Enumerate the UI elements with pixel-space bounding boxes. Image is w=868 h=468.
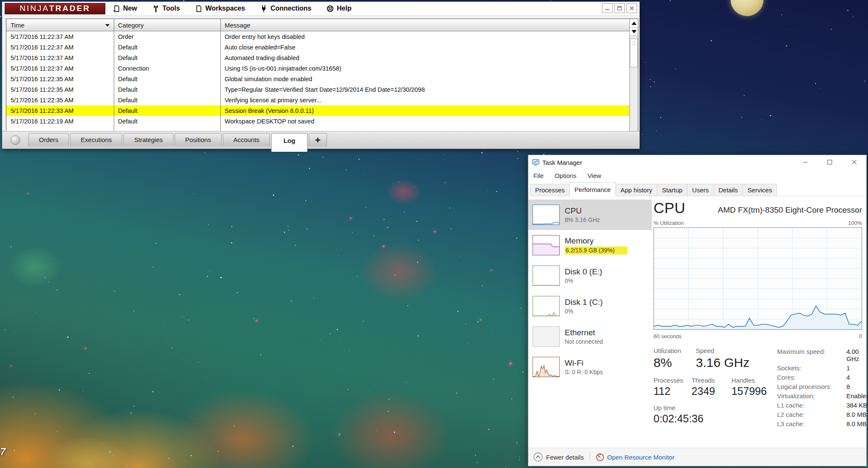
handles-label: Handles [731, 377, 755, 384]
sidebar-item-cpu[interactable]: CPU8% 3.16 GHz [528, 200, 652, 230]
sidebar-item-wifi[interactable]: Wi-FiS: 0 R: 0 Kbps [528, 352, 652, 382]
sidebar-item-disk1[interactable]: Disk 1 (C:)0% [528, 291, 652, 321]
column-category-label: Category [118, 22, 144, 29]
table-row[interactable]: 5/17/2016 11:22:37 AMOrderOrder entry ho… [6, 31, 629, 42]
tab-app-history[interactable]: App history [615, 184, 657, 196]
panel-title: CPU [654, 200, 685, 216]
graph-y-max-label: 100% [848, 220, 862, 226]
uptime-value: 0:02:45:36 [654, 413, 777, 425]
maximize-button[interactable] [817, 155, 842, 169]
table-row[interactable]: 5/17/2016 11:22:37 AMConnectionUsing IS … [6, 63, 629, 74]
menu-help[interactable]: Help [327, 5, 352, 12]
column-time-label: Time [11, 22, 25, 29]
tab-performance[interactable]: Performance [569, 182, 616, 196]
sidebar-item-disk0[interactable]: Disk 0 (E:)0% [528, 260, 652, 291]
speed-value: 3.16 GHz [696, 356, 750, 370]
sort-descending-icon [105, 24, 110, 27]
resource-monitor-icon [596, 453, 604, 461]
close-button[interactable] [842, 155, 866, 169]
task-manager-tabstrip: Processes Performance App history Startu… [528, 182, 866, 196]
column-divider[interactable] [114, 19, 114, 131]
tab-orders[interactable]: Orders [28, 133, 69, 146]
tab-services[interactable]: Services [742, 184, 777, 196]
menu-new[interactable]: New [113, 5, 137, 12]
table-row[interactable]: 5/17/2016 11:22:35 AMDefaultVerifying li… [6, 95, 629, 105]
open-resource-monitor-link[interactable]: Open Resource Monitor [596, 453, 674, 461]
graph-y-axis-label: % Utilization [654, 220, 684, 226]
table-scrollbar[interactable] [629, 19, 638, 131]
window-title: Task Manager [542, 159, 582, 166]
menu-tools[interactable]: Tools [152, 5, 180, 12]
sidebar-item-memory[interactable]: Memory6.2/15.9 GB (39%) [528, 230, 652, 260]
table-row[interactable]: 5/17/2016 11:22:35 AMDefaultGlobal simul… [6, 74, 629, 84]
close-button[interactable] [626, 3, 637, 13]
column-divider[interactable] [220, 19, 221, 131]
task-manager-menubar: File Options View [528, 170, 866, 182]
minimize-icon [802, 159, 808, 165]
tab-processes[interactable]: Processes [530, 184, 570, 196]
log-table-header: Time Category Message [6, 19, 629, 31]
table-row[interactable]: 5/17/2016 11:22:37 AMDefaultAuto close e… [6, 42, 629, 52]
threads-label: Threads [692, 377, 715, 384]
table-row-highlighted[interactable]: 5/17/2016 11:22:33 AMDefaultSession Brea… [6, 105, 629, 116]
wifi-thumbnail-graph [533, 357, 560, 377]
tab-startup[interactable]: Startup [657, 184, 687, 196]
scroll-up-button[interactable] [630, 19, 638, 27]
graph-x-left-label: 60 seconds [654, 333, 682, 339]
table-row[interactable]: 5/17/2016 11:22:35 AMDefaultType=Regular… [6, 84, 629, 95]
fewer-details-button[interactable]: Fewer details [533, 452, 584, 462]
menu-workspaces[interactable]: Workspaces [195, 5, 245, 12]
table-row[interactable]: 5/17/2016 11:22:37 AMDefaultAutomated tr… [6, 52, 629, 63]
table-row[interactable]: 5/17/2016 11:22:19 AMDefaultWorkspace DE… [6, 116, 629, 126]
desktop-icon-label: 7 [0, 446, 5, 458]
ninjatrader-window: NINJATRADER New Tools Workspaces Connect… [2, 1, 640, 149]
tab-users[interactable]: Users [687, 184, 714, 196]
disk1-thumbnail-graph [533, 296, 560, 316]
tab-log[interactable]: Log [271, 133, 308, 152]
sidebar-item-ethernet[interactable]: EthernetNot connected [528, 321, 652, 352]
processor-name: AMD FX(tm)-8350 Eight-Core Processor [718, 205, 862, 216]
menu-new-label: New [123, 5, 137, 12]
tab-details[interactable]: Details [714, 184, 743, 196]
threads-value: 2349 [692, 385, 731, 397]
ninjatrader-menubar: New Tools Workspaces Connections Help [113, 5, 352, 12]
task-manager-window-controls [793, 155, 866, 169]
scrollbar-thumb[interactable] [630, 38, 638, 67]
column-header-category[interactable]: Category [114, 19, 220, 31]
maximize-button[interactable] [614, 3, 625, 13]
cpu-thumbnail-graph [533, 205, 560, 225]
menu-view[interactable]: View [588, 172, 601, 179]
cpu-stats-block: Utilization8% Speed3.16 GHz Processes112… [654, 347, 777, 427]
disk0-thumbnail-graph [533, 265, 560, 286]
scroll-down-button[interactable] [630, 27, 638, 36]
ethernet-thumbnail [533, 326, 560, 347]
menu-tools-label: Tools [162, 5, 180, 12]
menu-help-label: Help [337, 5, 352, 12]
memory-highlighted-value: 6.2/15.9 GB (39%) [565, 246, 627, 255]
tab-strategies[interactable]: Strategies [124, 133, 173, 146]
help-lifebuoy-icon [327, 5, 334, 12]
task-manager-body: CPU8% 3.16 GHz Memory6.2/15.9 GB (39%) D… [528, 196, 866, 448]
close-icon [852, 159, 857, 165]
minimize-button[interactable] [602, 3, 613, 13]
footer-divider [590, 453, 590, 461]
column-header-message[interactable]: Message [220, 19, 629, 31]
maximize-icon [827, 159, 832, 165]
utilization-label: Utilization [654, 347, 681, 354]
minimize-button[interactable] [793, 155, 817, 169]
add-tab-button[interactable]: + [309, 133, 327, 146]
menu-options[interactable]: Options [555, 172, 577, 179]
plug-icon [260, 5, 267, 12]
tab-executions[interactable]: Executions [70, 133, 122, 146]
document-icon [195, 5, 202, 12]
tab-positions[interactable]: Positions [175, 133, 222, 146]
arrow-down-icon [632, 30, 637, 33]
menu-file[interactable]: File [533, 172, 544, 179]
ninjatrader-window-controls [602, 3, 637, 13]
task-manager-app-icon [532, 159, 539, 166]
speed-label: Speed [696, 347, 714, 354]
column-message-label: Message [225, 22, 250, 29]
tab-accounts[interactable]: Accounts [223, 133, 270, 146]
column-header-time[interactable]: Time [6, 19, 114, 31]
menu-connections[interactable]: Connections [260, 5, 311, 12]
